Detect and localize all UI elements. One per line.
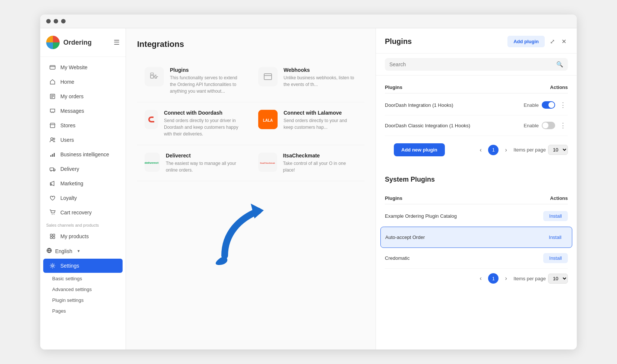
items-per-page-label: Items per page	[513, 147, 546, 153]
plugin-row-doordash-classic: DoorDash Classic Integration (1 Hooks) E…	[385, 115, 568, 136]
system-per-page-select[interactable]: 10 25 50	[548, 274, 568, 284]
lalamove-desc: Send orders directly to your and keep cu…	[284, 117, 357, 131]
plugin-actions-doordash-classic: Enable ⋮	[524, 121, 568, 130]
actions-col-label: Actions	[550, 84, 568, 90]
plugin-name-doordash: DoorDash Integration (1 Hooks)	[385, 102, 453, 108]
browser-titlebar	[40, 15, 577, 28]
sub-item-basic-settings[interactable]: Basic settings	[40, 273, 126, 284]
sidebar-item-label-cart-recovery: Cart recovery	[60, 210, 92, 215]
sub-item-pages[interactable]: Pages	[40, 306, 126, 316]
sub-item-advanced-settings[interactable]: Advanced settings	[40, 284, 126, 295]
sub-item-plugin-settings[interactable]: Plugin settings	[40, 295, 126, 306]
sidebar-item-label-my-website: My Website	[60, 64, 88, 70]
integration-item-doordash[interactable]: Connect with Doordash Send orders direct…	[137, 102, 251, 145]
doordash-name: Connect with Doordash	[164, 110, 243, 116]
per-page-select[interactable]: 10 25 50	[548, 145, 568, 155]
svg-rect-5	[50, 155, 51, 157]
plugins-col-label: Plugins	[385, 84, 402, 90]
sidebar-item-label-home: Home	[60, 79, 74, 85]
sidebar-item-settings[interactable]: Settings	[43, 259, 123, 273]
svg-point-12	[52, 214, 53, 215]
plugins-panel: Plugins Add plugin ⤢ ✕ 🔍 Plugins Actions	[376, 28, 577, 349]
sidebar-item-label-my-products: My products	[60, 233, 89, 239]
system-page-1-button[interactable]: 1	[488, 273, 499, 284]
svg-point-3	[51, 138, 53, 140]
sidebar-item-my-orders[interactable]: My orders	[43, 89, 123, 103]
integration-item-plugins[interactable]: Plugins This functionality serves to ext…	[137, 60, 251, 102]
toggle-doordash-classic[interactable]	[542, 122, 555, 129]
system-prev-page-button[interactable]: ‹	[475, 273, 486, 284]
sidebar-item-label-delivery: Delivery	[60, 166, 79, 172]
sidebar-item-label-messages: Messages	[60, 108, 84, 114]
sidebar-nav: My Website Home My orders	[40, 57, 126, 349]
svg-rect-21	[151, 73, 154, 75]
system-plugin-row-auto-accept: Auto-accept Order Install	[380, 227, 572, 248]
search-bar: 🔍	[376, 54, 577, 76]
plugin-row-doordash: DoorDash Integration (1 Hooks) Enable ⋮	[385, 95, 568, 115]
svg-rect-7	[54, 153, 55, 157]
sidebar-item-marketing[interactable]: Marketing	[43, 176, 123, 191]
language-label: English	[55, 248, 72, 254]
integration-item-lalamove[interactable]: LALA Connect with Lalamove Send orders d…	[251, 102, 364, 145]
next-page-button[interactable]: ›	[501, 145, 511, 155]
lalamove-info: Connect with Lalamove Send orders direct…	[284, 110, 357, 131]
add-new-plugin-button[interactable]: Add new plugin	[394, 143, 445, 156]
close-icon[interactable]: ✕	[560, 36, 568, 47]
sidebar-item-my-products[interactable]: My products	[43, 229, 123, 243]
more-menu-doordash-classic[interactable]: ⋮	[558, 121, 568, 130]
browser-dot-3	[61, 19, 66, 23]
expand-icon[interactable]: ⤢	[548, 36, 556, 47]
system-next-page-button[interactable]: ›	[501, 273, 511, 284]
plugins-table-header: Plugins Actions	[385, 82, 568, 93]
plugins-name: Plugins	[170, 67, 243, 73]
deliverect-info: Deliverect The easiest way to manage all…	[166, 153, 243, 173]
home-icon	[49, 79, 56, 85]
browser-window: Ordering ☰ My Website Home	[40, 15, 577, 349]
add-plugin-button[interactable]: Add plugin	[507, 36, 545, 47]
search-input[interactable]	[389, 61, 553, 67]
sidebar-item-users[interactable]: Users	[43, 133, 123, 147]
webhooks-name: Webhooks	[284, 67, 357, 73]
cart-recovery-icon	[49, 209, 56, 216]
globe-icon	[46, 248, 52, 255]
language-chevron-icon: ▼	[77, 249, 80, 253]
webhooks-desc: Unlike business webhooks, listen to the …	[284, 74, 357, 88]
integration-item-webhooks[interactable]: Webhooks Unlike business webhooks, liste…	[251, 60, 364, 102]
arrow-illustration	[210, 196, 292, 271]
stores-icon	[49, 122, 56, 129]
lalamove-icon: LALA	[258, 110, 278, 129]
sidebar-logo: Ordering ☰	[40, 28, 126, 57]
sidebar-item-messages[interactable]: Messages	[43, 104, 123, 118]
integration-item-deliverect[interactable]: deliverect Deliverect The easiest way to…	[137, 145, 251, 181]
sidebar-item-my-website[interactable]: My Website	[43, 60, 123, 74]
sidebar-item-home[interactable]: Home	[43, 75, 123, 89]
install-button-catalog[interactable]: Install	[543, 211, 568, 221]
sidebar-item-stores[interactable]: Stores	[43, 118, 123, 132]
page-1-button[interactable]: 1	[488, 145, 499, 155]
prev-page-button[interactable]: ‹	[475, 145, 486, 155]
svg-point-23	[145, 114, 157, 125]
lalamove-name: Connect with Lalamove	[284, 110, 357, 116]
sidebar-item-label-bi: Business intelligence	[60, 151, 109, 157]
search-icon: 🔍	[556, 61, 563, 68]
install-button-auto-accept[interactable]: Install	[543, 232, 567, 242]
my-website-icon	[49, 64, 56, 71]
more-menu-doordash[interactable]: ⋮	[558, 100, 568, 110]
svg-rect-14	[50, 234, 52, 236]
delivery-icon	[49, 166, 56, 172]
sidebar-item-label-stores: Stores	[60, 122, 75, 128]
install-button-credomatic[interactable]: Install	[543, 253, 568, 263]
sidebar-item-delivery[interactable]: Delivery	[43, 162, 123, 176]
toggle-doordash[interactable]	[542, 101, 555, 109]
sidebar-toggle-button[interactable]: ☰	[114, 38, 120, 47]
language-selector[interactable]: English ▼	[40, 244, 126, 258]
users-icon	[49, 137, 56, 143]
integration-item-itsacheckmate[interactable]: ItsaCheckmate ItsaCheckmate Take control…	[251, 145, 364, 181]
plugin-name-doordash-classic: DoorDash Classic Integration (1 Hooks)	[385, 123, 470, 128]
sidebar-item-cart-recovery[interactable]: Cart recovery	[43, 205, 123, 220]
sidebar-item-business-intelligence[interactable]: Business intelligence	[43, 147, 123, 162]
business-intelligence-icon	[49, 151, 56, 158]
sidebar-item-loyalty[interactable]: Loyalty	[43, 191, 123, 205]
plugins-header: Plugins Add plugin ⤢ ✕	[376, 28, 577, 54]
svg-rect-6	[52, 154, 53, 157]
